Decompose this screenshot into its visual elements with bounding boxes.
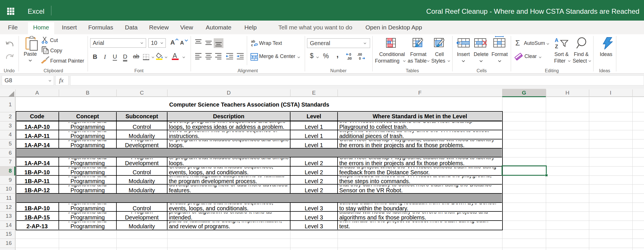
svg-text:A: A [555, 37, 558, 43]
svg-text:0: 0 [359, 57, 361, 61]
svg-text:0: 0 [349, 53, 351, 57]
svg-text:.00: .00 [347, 57, 352, 61]
svg-text:c: c [251, 43, 253, 47]
svg-text:Z: Z [555, 44, 558, 49]
svg-text:.00: .00 [357, 53, 362, 57]
